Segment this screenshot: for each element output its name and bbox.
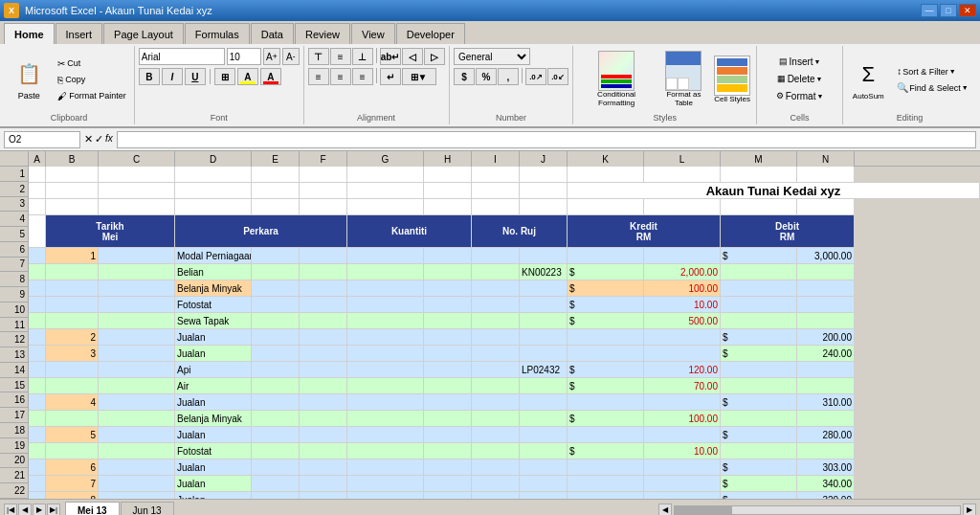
increase-font-button[interactable]: A+ <box>263 48 280 65</box>
cell-19-L[interactable] <box>644 459 721 476</box>
cell-14-H[interactable] <box>424 378 472 394</box>
cell-3-A[interactable] <box>29 199 46 215</box>
border-button[interactable]: ⊞ <box>214 68 235 85</box>
row-num-2[interactable]: 2 <box>0 182 28 197</box>
minimize-button[interactable]: — <box>921 4 938 17</box>
cell-16-D[interactable]: Belanja Minyak <box>175 411 252 427</box>
cell-15-K[interactable] <box>568 394 644 411</box>
cell-7-A[interactable] <box>29 264 46 280</box>
cell-1-H[interactable] <box>424 167 472 183</box>
cell-3-G[interactable] <box>347 199 424 215</box>
row-num-4[interactable]: 4 <box>0 212 28 227</box>
cell-20-M[interactable]: $ <box>721 476 797 492</box>
cell-15-H[interactable] <box>424 394 472 411</box>
cell-18-M[interactable] <box>721 443 797 459</box>
cell-19-B[interactable]: 6 <box>46 459 99 476</box>
cell-8-H[interactable] <box>424 280 472 297</box>
cell-15-M[interactable]: $ <box>721 394 797 411</box>
row-num-7[interactable]: 7 <box>0 258 28 273</box>
cell-9-I[interactable] <box>472 297 520 313</box>
cell-11-K[interactable] <box>568 329 644 346</box>
cell-9-C[interactable] <box>99 297 175 313</box>
col-header-L[interactable]: L <box>644 151 721 167</box>
cell-3-C[interactable] <box>99 199 175 215</box>
merge-center-button[interactable]: ⊞▼ <box>402 68 436 85</box>
cell-1-G[interactable] <box>347 167 424 183</box>
cell-13-B[interactable] <box>46 362 99 378</box>
cell-9-D[interactable]: Fotostat <box>175 297 252 313</box>
cell-16-H[interactable] <box>424 411 472 427</box>
col-header-M[interactable]: M <box>721 151 797 167</box>
cell-10-L[interactable]: 500.00 <box>644 313 721 329</box>
cell-18-J[interactable] <box>520 443 568 459</box>
cell-18-I[interactable] <box>472 443 520 459</box>
find-select-button[interactable]: 🔍 Find & Select ▼ <box>893 80 971 95</box>
tab-review[interactable]: Review <box>295 23 350 44</box>
cell-18-C[interactable] <box>99 443 175 459</box>
cell-15-B[interactable]: 4 <box>46 394 99 411</box>
align-middle-button[interactable]: ≡ <box>330 48 351 65</box>
font-name-input[interactable] <box>139 48 225 65</box>
cell-3-D[interactable] <box>175 199 252 215</box>
cell-18-B[interactable] <box>46 443 99 459</box>
tab-data[interactable]: Data <box>251 23 294 44</box>
row-num-9[interactable]: 9 <box>0 287 28 302</box>
cell-9-J[interactable] <box>520 297 568 313</box>
cell-12-B[interactable]: 3 <box>46 346 99 362</box>
insert-button[interactable]: ▤ Insert ▼ <box>775 55 825 69</box>
cell-20-H[interactable] <box>424 476 472 492</box>
cell-9-N[interactable] <box>797 297 855 313</box>
bold-button[interactable]: B <box>139 68 160 85</box>
cell-6-C[interactable] <box>99 248 175 264</box>
cell-19-G[interactable] <box>347 459 424 476</box>
sheet-nav-next[interactable]: ▶ <box>33 504 46 516</box>
cell-10-A[interactable] <box>29 313 46 329</box>
window-controls[interactable]: — □ ✕ <box>921 4 976 17</box>
tab-developer[interactable]: Developer <box>396 23 465 44</box>
cell-11-G[interactable] <box>347 329 424 346</box>
cell-3-F[interactable] <box>300 199 347 215</box>
sheet-nav-last[interactable]: ▶| <box>47 504 60 516</box>
cell-8-F[interactable] <box>300 280 347 297</box>
indent-inc-button[interactable]: ▷ <box>424 48 445 65</box>
cell-8-E[interactable] <box>252 280 300 297</box>
sheet-nav-first[interactable]: |◀ <box>4 504 17 516</box>
cell-17-M[interactable]: $ <box>721 427 797 443</box>
close-button[interactable]: ✕ <box>959 4 976 17</box>
confirm-formula-icon[interactable]: ✓ <box>95 133 103 146</box>
cell-12-E[interactable] <box>252 346 300 362</box>
cell-16-C[interactable] <box>99 411 175 427</box>
cell-3-J[interactable] <box>520 199 568 215</box>
cell-8-A[interactable] <box>29 280 46 297</box>
cell-7-D[interactable]: Belian <box>175 264 252 280</box>
cell-17-G[interactable] <box>347 427 424 443</box>
cell-8-M[interactable] <box>721 280 797 297</box>
cell-10-K[interactable]: $ <box>568 313 644 329</box>
cell-15-L[interactable] <box>644 394 721 411</box>
align-right-button[interactable]: ≡ <box>352 68 373 85</box>
cell-9-H[interactable] <box>424 297 472 313</box>
format-painter-button[interactable]: 🖌 Format Painter <box>54 89 130 103</box>
cell-21-G[interactable] <box>347 492 424 499</box>
col-header-K[interactable]: K <box>568 151 644 167</box>
cell-3-L[interactable] <box>644 199 721 215</box>
cell-16-B[interactable] <box>46 411 99 427</box>
cell-6-L[interactable] <box>644 248 721 264</box>
cell-16-G[interactable] <box>347 411 424 427</box>
cell-21-E[interactable] <box>252 492 300 499</box>
cell-7-L[interactable]: 2,000.00 <box>644 264 721 280</box>
cell-11-C[interactable] <box>99 329 175 346</box>
cell-14-N[interactable] <box>797 378 855 394</box>
cell-20-A[interactable] <box>29 476 46 492</box>
cell-21-H[interactable] <box>424 492 472 499</box>
cell-11-D[interactable]: Jualan <box>175 329 252 346</box>
cell-21-M[interactable]: $ <box>721 492 797 499</box>
cell-17-B[interactable]: 5 <box>46 427 99 443</box>
cell-18-K[interactable]: $ <box>568 443 644 459</box>
col-header-B[interactable]: B <box>46 151 99 167</box>
cell-2-G[interactable] <box>347 183 424 199</box>
row-num-12[interactable]: 12 <box>0 332 28 347</box>
cell-15-G[interactable] <box>347 394 424 411</box>
cell-16-M[interactable] <box>721 411 797 427</box>
row-num-13[interactable]: 13 <box>0 347 28 363</box>
